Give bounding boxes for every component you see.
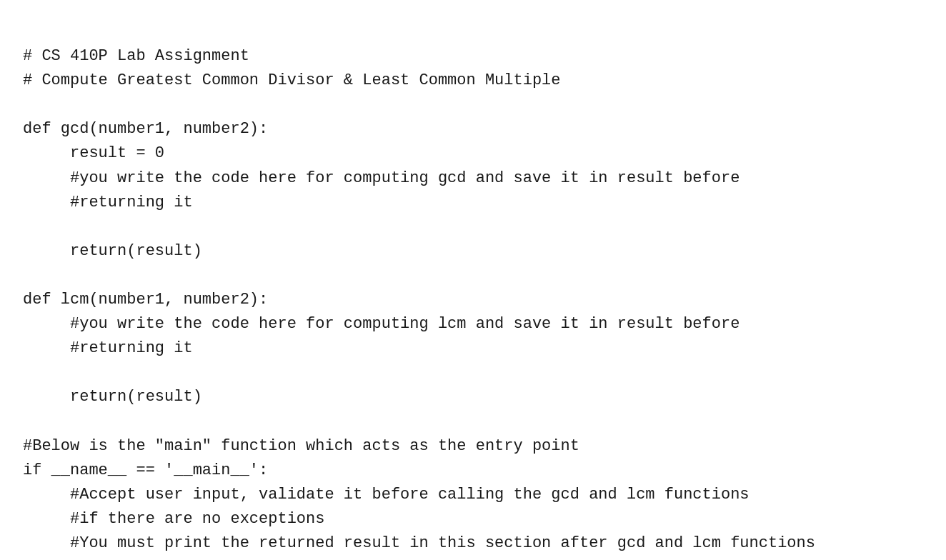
- code-line: [23, 93, 923, 117]
- code-line: #returning it: [23, 191, 923, 215]
- code-line: [23, 410, 923, 434]
- code-line: #Accept user input, validate it before c…: [23, 483, 923, 507]
- code-line: #Below is the "main" function which acts…: [23, 434, 923, 459]
- code-line: #if there are no exceptions: [23, 507, 923, 531]
- code-line: # CS 410P Lab Assignment: [23, 44, 923, 69]
- code-line: [23, 264, 923, 288]
- code-line: #You must print the returned result in t…: [23, 531, 923, 556]
- code-editor: # CS 410P Lab Assignment# Compute Greate…: [23, 20, 923, 560]
- code-line: #are called: [23, 556, 923, 560]
- code-line: #returning it: [23, 336, 923, 361]
- code-line: #you write the code here for computing l…: [23, 312, 923, 336]
- code-line: return(result): [23, 385, 923, 409]
- code-line: #you write the code here for computing g…: [23, 166, 923, 191]
- code-line: # Compute Greatest Common Divisor & Leas…: [23, 69, 923, 93]
- code-line: [23, 215, 923, 239]
- code-line: if __name__ == '__main__':: [23, 459, 923, 483]
- code-line: result = 0: [23, 141, 923, 166]
- code-line: def lcm(number1, number2):: [23, 288, 923, 312]
- code-line: [23, 361, 923, 385]
- code-line: def gcd(number1, number2):: [23, 117, 923, 141]
- code-line: return(result): [23, 239, 923, 264]
